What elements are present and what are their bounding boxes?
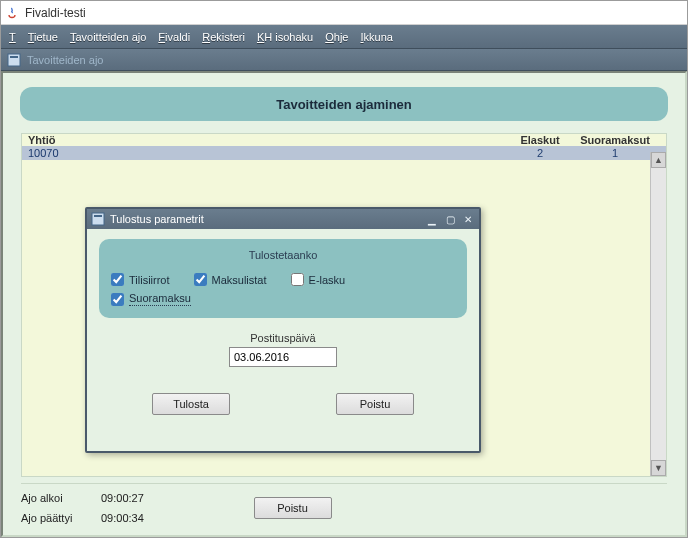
- checkbox-maksulistat[interactable]: Maksulistat: [194, 273, 267, 286]
- checkbox-tilisiirrot[interactable]: Tilisiirrot: [111, 273, 170, 286]
- table-row[interactable]: 10070 2 1: [22, 146, 666, 160]
- svg-rect-2: [92, 213, 104, 225]
- dialog-button-row: Tulosta Poistu: [99, 393, 467, 415]
- dialog-title: Tulostus parametrit: [110, 213, 425, 225]
- menu-ikkuna[interactable]: Ikkuna: [360, 31, 392, 43]
- menu-tavoitteiden-ajo[interactable]: Tavoitteiden ajo: [70, 31, 146, 43]
- window-title: Fivaldi-testi: [25, 6, 86, 20]
- col-header-elaskut: Elaskut: [510, 134, 570, 146]
- col-header-yhtio: Yhtiö: [28, 134, 88, 146]
- menu-kh-isohaku[interactable]: KH isohaku: [257, 31, 313, 43]
- banner-title: Tavoitteiden ajaminen: [20, 87, 668, 121]
- menu-rekisteri[interactable]: Rekisteri: [202, 31, 245, 43]
- checkbox-maksulistat-input[interactable]: [194, 273, 207, 286]
- poistu-button[interactable]: Poistu: [254, 497, 332, 519]
- dialog-titlebar[interactable]: Tulostus parametrit ▁ ▢ ✕: [87, 209, 479, 229]
- svg-rect-3: [94, 215, 102, 217]
- table-header: Yhtiö Elaskut Suoramaksut: [22, 134, 666, 146]
- application-window: Fivaldi-testi T Tietue Tavoitteiden ajo …: [0, 0, 688, 538]
- postituspaiva-label: Postituspäivä: [99, 332, 467, 344]
- cell-elaskut: 2: [510, 147, 570, 159]
- form-icon: [91, 212, 105, 226]
- tulostetaanko-label: Tulostetaanko: [111, 249, 455, 261]
- scroll-up-icon[interactable]: ▲: [651, 152, 666, 168]
- maximize-icon[interactable]: ▢: [443, 213, 457, 225]
- checkbox-elasku-input[interactable]: [291, 273, 304, 286]
- client-area: Tavoitteiden ajaminen Yhtiö Elaskut Suor…: [1, 71, 687, 537]
- ajo-alkoi-value: 09:00:27: [101, 492, 201, 504]
- titlebar[interactable]: Fivaldi-testi: [1, 1, 687, 25]
- svg-rect-0: [8, 54, 20, 66]
- checkbox-tilisiirrot-input[interactable]: [111, 273, 124, 286]
- mdi-child-titlebar[interactable]: Tavoitteiden ajo: [1, 49, 687, 71]
- checkbox-suoramaksu[interactable]: Suoramaksu: [111, 292, 455, 306]
- cell-yhtio: 10070: [28, 147, 88, 159]
- cell-suoramaksut: 1: [570, 147, 660, 159]
- postituspaiva-input[interactable]: [229, 347, 337, 367]
- menu-ohje[interactable]: Ohje: [325, 31, 348, 43]
- ajo-paattyi-label: Ajo päättyi: [21, 512, 101, 524]
- tulosta-button[interactable]: Tulosta: [152, 393, 230, 415]
- menu-fivaldi[interactable]: Fivaldi: [158, 31, 190, 43]
- col-header-suoramaksut: Suoramaksut: [570, 134, 660, 146]
- svg-rect-1: [10, 56, 18, 58]
- scroll-down-icon[interactable]: ▼: [651, 460, 666, 476]
- mdi-title: Tavoitteiden ajo: [27, 54, 103, 66]
- form-icon: [7, 53, 21, 67]
- checkbox-suoramaksu-input[interactable]: [111, 293, 124, 306]
- minimize-icon[interactable]: ▁: [425, 213, 439, 225]
- menu-toiminnot[interactable]: T: [9, 31, 16, 43]
- status-area: Ajo alkoi 09:00:27 Poistu Ajo päättyi 09…: [21, 483, 667, 527]
- menu-tietue[interactable]: Tietue: [28, 31, 58, 43]
- tulostus-parametrit-dialog: Tulostus parametrit ▁ ▢ ✕ Tulostetaanko …: [85, 207, 481, 453]
- close-icon[interactable]: ✕: [461, 213, 475, 225]
- tulostetaanko-panel: Tulostetaanko Tilisiirrot Maksulistat: [99, 239, 467, 318]
- dialog-poistu-button[interactable]: Poistu: [336, 393, 414, 415]
- ajo-alkoi-label: Ajo alkoi: [21, 492, 101, 504]
- java-icon: [5, 6, 19, 20]
- scrollbar[interactable]: ▲ ▼: [650, 152, 666, 476]
- menubar: T Tietue Tavoitteiden ajo Fivaldi Rekist…: [1, 25, 687, 49]
- checkbox-elasku[interactable]: E-lasku: [291, 273, 346, 286]
- ajo-paattyi-value: 09:00:34: [101, 512, 201, 524]
- postituspaiva-area: Postituspäivä: [99, 332, 467, 367]
- window-buttons: ▁ ▢ ✕: [425, 213, 475, 225]
- dialog-body: Tulostetaanko Tilisiirrot Maksulistat: [87, 229, 479, 451]
